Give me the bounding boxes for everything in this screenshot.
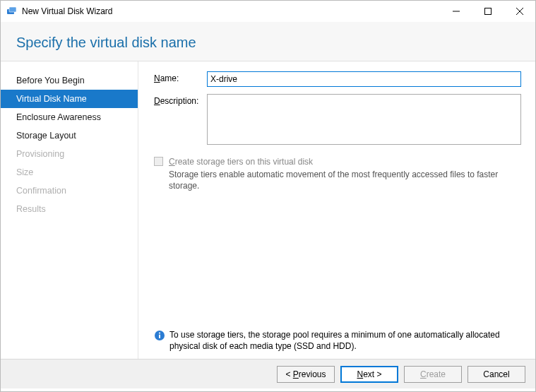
- info-text: To use storage tiers, the storage pool r…: [169, 329, 521, 352]
- step-size: Size: [1, 163, 138, 182]
- title-bar: New Virtual Disk Wizard: [1, 1, 535, 22]
- page-header: Specify the virtual disk name: [1, 22, 535, 61]
- description-input[interactable]: [207, 94, 521, 145]
- svg-rect-1: [9, 7, 16, 12]
- next-button[interactable]: Next >: [340, 366, 398, 383]
- name-input[interactable]: [207, 71, 521, 87]
- step-provisioning: Provisioning: [1, 145, 138, 163]
- storage-tiers-label: Create storage tiers on this virtual dis…: [169, 156, 521, 192]
- step-confirmation: Confirmation: [1, 182, 138, 200]
- info-message: To use storage tiers, the storage pool r…: [154, 322, 521, 352]
- minimize-button[interactable]: [440, 1, 472, 22]
- step-before-you-begin[interactable]: Before You Begin: [1, 71, 138, 90]
- close-button[interactable]: [504, 1, 535, 22]
- name-label: Name:: [154, 71, 207, 83]
- step-results: Results: [1, 200, 138, 218]
- maximize-button[interactable]: [472, 1, 504, 22]
- wizard-footer: < Previous Next > Create Cancel: [1, 359, 535, 388]
- wizard-steps-sidebar: Before You Begin Virtual Disk Name Enclo…: [1, 61, 138, 359]
- step-enclosure-awareness[interactable]: Enclosure Awareness: [1, 108, 138, 126]
- svg-point-7: [159, 332, 160, 333]
- app-icon: [6, 6, 18, 17]
- description-label: Description:: [154, 94, 207, 106]
- svg-rect-3: [484, 8, 491, 15]
- create-button: Create: [404, 366, 462, 383]
- window-title: New Virtual Disk Wizard: [22, 6, 112, 16]
- storage-tiers-option: Create storage tiers on this virtual dis…: [154, 156, 521, 192]
- step-storage-layout[interactable]: Storage Layout: [1, 126, 138, 145]
- svg-rect-8: [159, 334, 160, 338]
- page-title: Specify the virtual disk name: [16, 35, 520, 51]
- form-panel: Name: Description: Create storage tiers …: [138, 61, 535, 359]
- wizard-content: Before You Begin Virtual Disk Name Enclo…: [1, 61, 535, 359]
- step-virtual-disk-name[interactable]: Virtual Disk Name: [1, 90, 138, 108]
- storage-tiers-checkbox: [154, 157, 163, 166]
- previous-button[interactable]: < Previous: [277, 366, 335, 383]
- info-icon: [154, 330, 165, 341]
- cancel-button[interactable]: Cancel: [467, 366, 525, 383]
